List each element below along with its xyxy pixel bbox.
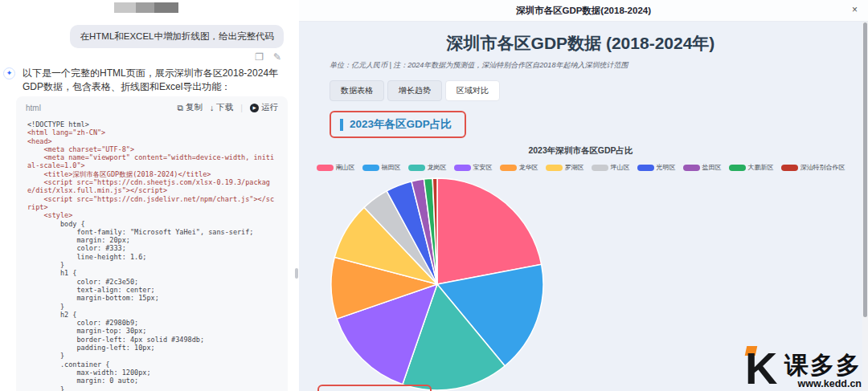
watermark-url: www.kedd.cn: [798, 378, 862, 389]
redacted-title: [114, 2, 178, 13]
legend-swatch: [500, 165, 517, 171]
legend-swatch: [729, 165, 746, 171]
section-highlight-box: 2023年各区GDP占比: [330, 111, 466, 138]
legend-item[interactable]: 龙华区: [500, 163, 538, 172]
edit-message-icon[interactable]: ✎: [273, 51, 281, 63]
chart-title: 2023年深圳市各区GDP占比: [330, 145, 832, 157]
legend-item[interactable]: 福田区: [362, 163, 401, 172]
close-icon[interactable]: ×: [852, 4, 858, 15]
legend-swatch: [592, 165, 608, 171]
copy-code-button[interactable]: ⧉ 复制: [178, 102, 203, 113]
code-content: <!DOCTYPE html> <html lang="zh-CN"> <hea…: [16, 116, 288, 391]
preview-tab[interactable]: 区域对比: [445, 80, 500, 101]
preview-content: 深圳市各区GDP数据 (2018-2024年) 单位：亿元人民币 | 注：202…: [299, 22, 862, 391]
download-code-label: 下载: [216, 102, 233, 113]
watermark-logo: K: [745, 344, 782, 389]
divider: |: [240, 103, 243, 112]
legend-item[interactable]: 南山区: [317, 163, 355, 172]
preview-scrollbar-thumb[interactable]: [863, 22, 867, 317]
assistant-avatar: ✦: [3, 67, 15, 79]
legend-label: 盐田区: [702, 163, 722, 172]
page-title: 深圳市各区GDP数据 (2018-2024年): [330, 32, 832, 55]
legend-label: 罗湖区: [565, 163, 584, 172]
legend-item[interactable]: 盐田区: [683, 163, 722, 172]
run-code-button[interactable]: ▶ 运行: [250, 102, 278, 113]
legend-label: 深汕特别合作区: [800, 163, 845, 172]
watermark-brand: 课多多: [784, 352, 862, 378]
legend-label: 大鹏新区: [748, 163, 774, 172]
preview-scrollbar[interactable]: [862, 22, 868, 391]
app-window: 在HTML和EXCEL中增加折线图，给出完整代码 ❐ ✎ ✦ 以下是一个完整的H…: [0, 0, 868, 391]
chat-scrollbar-thumb[interactable]: [295, 268, 298, 279]
legend-swatch: [454, 165, 471, 171]
message-actions: ❐ ✎: [255, 51, 281, 63]
redaction-block: [154, 2, 178, 13]
legend-item[interactable]: 光明区: [637, 163, 676, 172]
legend-swatch: [362, 165, 379, 171]
legend-label: 龙华区: [519, 163, 538, 172]
legend-swatch: [408, 165, 425, 171]
preview-tab[interactable]: 数据表格: [330, 80, 384, 101]
legend-label: 坪山区: [611, 163, 630, 172]
chat-panel: 在HTML和EXCEL中增加折线图，给出完整代码 ❐ ✎ ✦ 以下是一个完整的H…: [0, 0, 299, 391]
download-icon: ↓: [210, 103, 214, 112]
code-block-header: html ⧉ 复制 ↓ 下载 | ▶ 运行: [16, 96, 288, 116]
page-subtitle: 单位：亿元人民币 | 注：2024年数据为预测值，深汕特别合作区自2018年起纳…: [330, 60, 832, 71]
section-accent-bar: [340, 119, 343, 131]
legend-item[interactable]: 宝安区: [454, 163, 493, 172]
download-code-button[interactable]: ↓ 下载: [210, 102, 233, 113]
copy-message-icon[interactable]: ❐: [255, 51, 264, 63]
legend-label: 南山区: [336, 163, 355, 172]
legend-swatch: [317, 165, 334, 171]
legend-swatch: [637, 165, 654, 171]
legend-item[interactable]: 坪山区: [592, 163, 630, 172]
legend-item[interactable]: 深汕特别合作区: [781, 163, 845, 172]
redaction-block: [114, 2, 136, 13]
legend-label: 光明区: [657, 163, 676, 172]
logo-letter: K: [745, 342, 777, 391]
preview-window-title: 深圳市各区GDP数据(2018-2024): [516, 5, 651, 17]
legend-item[interactable]: 大鹏新区: [729, 163, 774, 172]
section-title: 2023年各区GDP占比: [350, 117, 452, 132]
legend-swatch: [781, 165, 798, 171]
legend-swatch: [683, 165, 700, 171]
redaction-block: [136, 2, 154, 13]
run-code-label: 运行: [261, 102, 278, 113]
legend-item[interactable]: 龙岗区: [408, 163, 447, 172]
copy-code-label: 复制: [186, 102, 203, 113]
preview-tab[interactable]: 增长趋势: [387, 80, 442, 101]
copy-icon: ⧉: [178, 103, 184, 113]
preview-tabs: 数据表格增长趋势区域对比: [330, 80, 832, 101]
run-icon: ▶: [250, 104, 259, 112]
legend-item[interactable]: 罗湖区: [546, 163, 584, 172]
watermark: K 课多多 www.kedd.cn: [745, 344, 862, 389]
user-message-bubble: 在HTML和EXCEL中增加折线图，给出完整代码: [70, 25, 284, 48]
code-language-label: html: [26, 104, 41, 112]
legend-label: 龙岗区: [428, 163, 447, 172]
preview-titlebar: 深圳市各区GDP数据(2018-2024) ×: [299, 0, 868, 22]
pie-chart[interactable]: [330, 177, 545, 391]
legend-label: 宝安区: [473, 163, 493, 172]
bottom-highlight-box: [317, 385, 432, 391]
chart-legend: 南山区福田区龙岗区宝安区龙华区罗湖区坪山区光明区盐田区大鹏新区深汕特别合作区: [330, 163, 832, 172]
legend-swatch: [546, 165, 563, 171]
assistant-message: 以下是一个完整的HTML页面，展示深圳市各区2018-2024年GDP数据，包含…: [23, 67, 289, 95]
preview-panel: 深圳市各区GDP数据(2018-2024) × 深圳市各区GDP数据 (2018…: [299, 0, 868, 391]
code-block: html ⧉ 复制 ↓ 下载 | ▶ 运行: [16, 96, 288, 391]
legend-label: 福田区: [382, 163, 401, 172]
